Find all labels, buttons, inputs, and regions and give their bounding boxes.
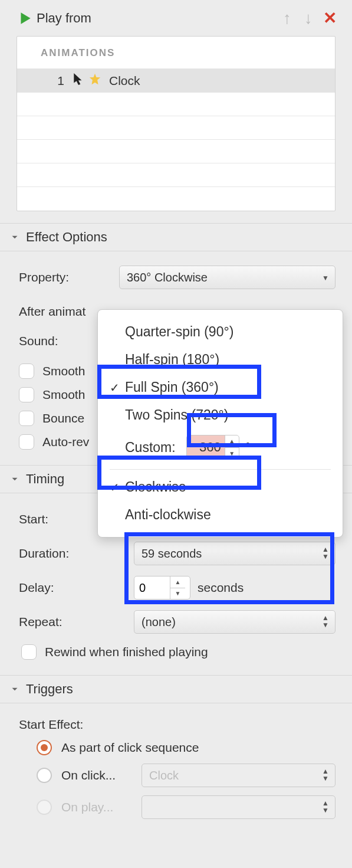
delay-unit: seconds (198, 581, 244, 595)
stepper-icon: ▲▼ (322, 614, 329, 628)
triggers-title: Triggers (26, 682, 73, 697)
animations-list[interactable]: ANIMATIONS 1 Clock (17, 36, 335, 211)
menu-item-full-spin[interactable]: ✓Full Spin (360°) (98, 374, 343, 401)
cursor-icon (70, 73, 87, 89)
auto-reverse-label: Auto-rev (42, 435, 89, 449)
smooth-start-checkbox[interactable] (19, 363, 34, 379)
triggers-header[interactable]: Triggers (0, 675, 352, 703)
repeat-select[interactable]: (none) ▲▼ (134, 610, 335, 634)
trigger-onplay-radio (37, 800, 52, 815)
stepper-icon: ▲▼ (322, 768, 329, 782)
trigger-onplay-label: On play... (61, 800, 138, 814)
menu-item-custom[interactable]: Custom: 360 ▲▼ ° (98, 429, 343, 466)
smooth-start-label: Smooth (42, 364, 85, 378)
animation-row[interactable]: 1 Clock (17, 69, 335, 93)
effect-options-header[interactable]: Effect Options (0, 223, 352, 251)
check-icon: ✓ (110, 480, 125, 494)
stepper-icon[interactable]: ▲▼ (170, 577, 185, 599)
custom-degrees-value[interactable]: 360 (187, 435, 225, 459)
bounce-label: Bounce (42, 411, 84, 425)
smooth-end-checkbox[interactable] (19, 387, 34, 402)
trigger-onclick-value: Clock (149, 769, 179, 782)
empty-row (17, 163, 335, 187)
menu-item-anticlockwise[interactable]: Anti-clockwise (98, 501, 343, 529)
start-effect-label: Start Effect: (19, 718, 335, 732)
trigger-onplay-select: ▲▼ (142, 795, 335, 819)
empty-row (17, 140, 335, 163)
menu-item-two-spins[interactable]: Two Spins (720°) (98, 401, 343, 429)
rewind-label: Rewind when finished playing (45, 645, 208, 659)
property-value: 360° Clockwise (127, 271, 208, 284)
timing-title: Timing (26, 471, 64, 487)
check-icon: ✓ (110, 381, 125, 395)
duration-value: 59 seconds (142, 547, 202, 561)
duration-label: Duration: (19, 546, 134, 561)
play-icon[interactable] (18, 11, 33, 26)
delay-input[interactable] (134, 577, 170, 599)
trigger-onclick-label: On click... (61, 768, 138, 782)
chevron-down-icon (9, 232, 20, 243)
dropdown-caret-icon: ▼ (322, 274, 329, 281)
empty-row (17, 187, 335, 211)
smooth-end-label: Smooth (42, 388, 85, 402)
play-from-label: Play from (37, 11, 91, 26)
menu-item-half-spin[interactable]: Half-spin (180°) (98, 346, 343, 374)
empty-row (17, 116, 335, 140)
degree-symbol: ° (245, 440, 251, 456)
animation-index: 1 (47, 74, 64, 88)
animation-name: Clock (109, 74, 140, 88)
trigger-onclick-select: Clock ▲▼ (142, 764, 335, 787)
delay-label: Delay: (19, 581, 134, 595)
stepper-icon[interactable]: ▲▼ (225, 435, 239, 459)
custom-degrees-spinbox[interactable]: 360 ▲▼ (186, 435, 239, 460)
menu-item-clockwise[interactable]: ✓Clockwise (98, 473, 343, 501)
effect-options-title: Effect Options (26, 230, 107, 245)
trigger-sequence-label: As part of click sequence (61, 741, 199, 755)
custom-label: Custom: (125, 440, 176, 456)
trigger-onclick-radio[interactable] (37, 768, 52, 783)
duration-select[interactable]: 59 seconds ▲▼ (134, 542, 335, 565)
empty-row (17, 93, 335, 116)
property-label: Property: (19, 270, 119, 284)
emphasis-icon (87, 73, 103, 89)
repeat-value: (none) (142, 615, 176, 629)
menu-item-quarter-spin[interactable]: Quarter-spin (90°) (98, 318, 343, 346)
chevron-down-icon (9, 474, 20, 484)
move-up-button: ↑ (277, 9, 298, 28)
repeat-label: Repeat: (19, 615, 134, 629)
animations-header: ANIMATIONS (17, 37, 335, 69)
stepper-icon: ▲▼ (322, 546, 329, 560)
stepper-icon: ▲▼ (322, 800, 329, 814)
rewind-checkbox[interactable] (21, 644, 37, 660)
chevron-down-icon (9, 684, 20, 695)
property-select[interactable]: 360° Clockwise ▼ (119, 266, 335, 289)
property-dropdown-menu[interactable]: Quarter-spin (90°) Half-spin (180°) ✓Ful… (97, 309, 343, 538)
move-down-button: ↓ (298, 9, 319, 28)
bounce-checkbox[interactable] (19, 411, 34, 426)
remove-button[interactable]: ✕ (319, 8, 340, 28)
trigger-sequence-radio[interactable] (37, 740, 52, 755)
auto-reverse-checkbox[interactable] (19, 434, 34, 450)
delay-spinbox[interactable]: ▲▼ (134, 576, 190, 600)
